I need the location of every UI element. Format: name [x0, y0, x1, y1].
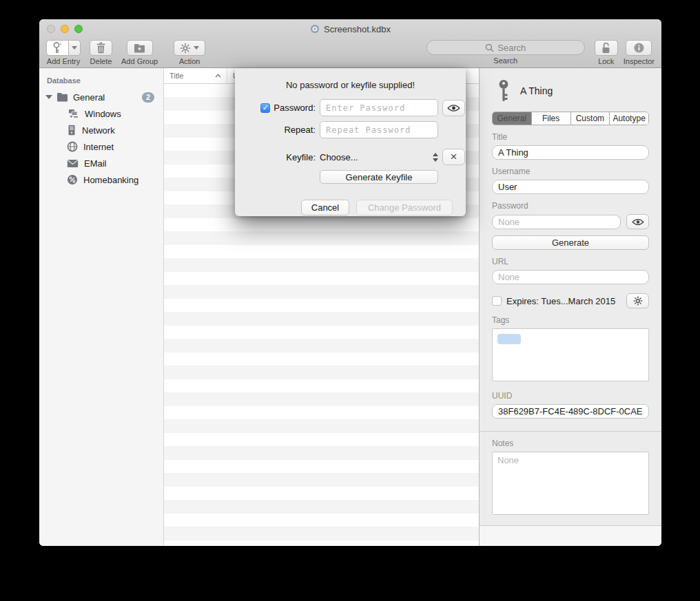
- cancel-label: Cancel: [311, 202, 339, 213]
- add-entry-group: Add Entry: [46, 40, 81, 65]
- tab-autotype[interactable]: Autotype: [610, 112, 648, 125]
- reveal-password-button[interactable]: [626, 214, 649, 229]
- close-button[interactable]: [47, 25, 55, 33]
- lock-open-icon: [601, 42, 611, 54]
- key-plus-icon: [52, 42, 63, 54]
- sidebar-item-internet[interactable]: Internet: [39, 138, 163, 155]
- title-field[interactable]: [492, 145, 649, 160]
- username-field[interactable]: [492, 180, 649, 194]
- add-group-button[interactable]: [127, 40, 153, 56]
- inspector-bottom-bar: [480, 525, 661, 546]
- inspector-panel: A Thing General Files Custom Autotype Ti…: [479, 68, 661, 546]
- trash-icon: [96, 42, 106, 54]
- inspector-button[interactable]: [626, 40, 652, 56]
- folder-icon: [56, 92, 68, 102]
- add-entry-dropdown-button[interactable]: [69, 40, 81, 56]
- sidebar: Database General 2: [39, 68, 164, 546]
- generate-keyfile-label: Generate Keyfile: [346, 172, 413, 182]
- window-chrome: Screenshot.kdbx: [39, 19, 661, 68]
- repeat-label: Repeat:: [284, 125, 316, 135]
- add-group-group: Add Group: [121, 40, 158, 65]
- tab-general[interactable]: General: [493, 112, 532, 125]
- window-title: Screenshot.kdbx: [324, 24, 391, 34]
- chevron-down-icon: [194, 46, 199, 50]
- document-icon: [310, 24, 320, 34]
- action-label: Action: [179, 57, 200, 65]
- cancel-button[interactable]: Cancel: [301, 200, 349, 215]
- username-field-label: Username: [492, 167, 649, 176]
- notes-section: Notes: [480, 431, 661, 517]
- traffic-lights: [47, 25, 83, 33]
- add-entry-button[interactable]: [46, 40, 69, 56]
- expires-checkbox[interactable]: [492, 296, 502, 306]
- generate-keyfile-button[interactable]: Generate Keyfile: [320, 170, 438, 184]
- tag-pill[interactable]: [497, 334, 521, 344]
- entry-count-badge: 2: [142, 92, 154, 103]
- zoom-button[interactable]: [74, 25, 83, 33]
- sidebar-item-label: Internet: [83, 142, 114, 152]
- entry-title: A Thing: [520, 85, 553, 96]
- search-group: Search Search: [426, 40, 585, 65]
- clear-keyfile-button[interactable]: ×: [442, 149, 465, 165]
- dialog-message: No password or keyfile supplied!: [235, 80, 466, 90]
- delete-label: Delete: [90, 57, 112, 65]
- column-label: Title: [169, 72, 183, 80]
- add-entry-label: Add Entry: [47, 57, 80, 65]
- lock-group: Lock: [595, 40, 618, 65]
- expires-settings-button[interactable]: [626, 293, 649, 308]
- inspector-group: Inspector: [624, 40, 655, 65]
- app-window: Screenshot.kdbx: [39, 19, 661, 546]
- delete-button[interactable]: [90, 40, 112, 56]
- keyfile-label: Keyfile:: [286, 152, 316, 162]
- change-password-button[interactable]: Change Password: [356, 200, 453, 215]
- gear-icon: [633, 296, 643, 306]
- sidebar-item-general[interactable]: General 2: [39, 89, 163, 105]
- sidebar-item-homebanking[interactable]: Homebanking: [39, 171, 163, 188]
- sidebar-item-network[interactable]: Network: [39, 122, 163, 138]
- envelope-icon: [67, 159, 79, 168]
- add-group-label: Add Group: [121, 57, 158, 65]
- tags-field[interactable]: [492, 328, 649, 381]
- search-input[interactable]: Search: [426, 40, 585, 55]
- repeat-password-input[interactable]: [320, 121, 438, 138]
- minimize-button[interactable]: [61, 25, 69, 33]
- uuid-label: UUID: [492, 391, 649, 401]
- eye-icon: [632, 218, 644, 226]
- password-dialog: No password or keyfile supplied! ✓ Passw…: [235, 68, 466, 216]
- windows-network-icon: [67, 109, 79, 119]
- column-header-title[interactable]: Title: [164, 68, 227, 83]
- password-checkbox[interactable]: ✓: [260, 103, 270, 113]
- expires-label: Expires: Tues...March 2015: [506, 296, 615, 306]
- url-field-label: URL: [492, 257, 649, 266]
- server-icon: [67, 125, 76, 136]
- url-field[interactable]: [492, 270, 649, 284]
- notes-field[interactable]: [492, 452, 649, 515]
- action-button[interactable]: [174, 40, 205, 56]
- reveal-password-button[interactable]: [442, 100, 465, 116]
- password-field-label: Password: [492, 201, 649, 211]
- password-field[interactable]: [492, 215, 621, 229]
- title-bar[interactable]: Screenshot.kdbx: [39, 19, 661, 39]
- tab-custom[interactable]: Custom: [571, 112, 610, 125]
- enter-password-input[interactable]: [320, 99, 438, 116]
- sort-ascending-icon: [215, 74, 221, 78]
- keyfile-popup[interactable]: Choose...: [320, 152, 438, 162]
- sidebar-item-label: EMail: [84, 158, 107, 169]
- stepper-icon: [433, 153, 438, 162]
- uuid-field[interactable]: [492, 404, 649, 419]
- lock-button[interactable]: [595, 40, 618, 56]
- close-x-icon: ×: [451, 150, 457, 164]
- generate-password-button[interactable]: Generate: [492, 235, 649, 250]
- disclosure-triangle-icon[interactable]: [45, 95, 52, 99]
- notes-label: Notes: [492, 439, 649, 448]
- globe-icon: [67, 141, 78, 152]
- search-icon: [485, 43, 494, 52]
- delete-group: Delete: [90, 40, 112, 65]
- action-group: Action: [174, 40, 205, 65]
- sidebar-item-email[interactable]: EMail: [39, 155, 163, 171]
- title-field-label: Title: [492, 132, 649, 142]
- sidebar-item-windows[interactable]: Windows: [39, 105, 163, 122]
- toolbar: Add Entry Delete: [39, 39, 661, 67]
- tab-files[interactable]: Files: [532, 112, 571, 125]
- chevron-down-icon: [72, 46, 77, 50]
